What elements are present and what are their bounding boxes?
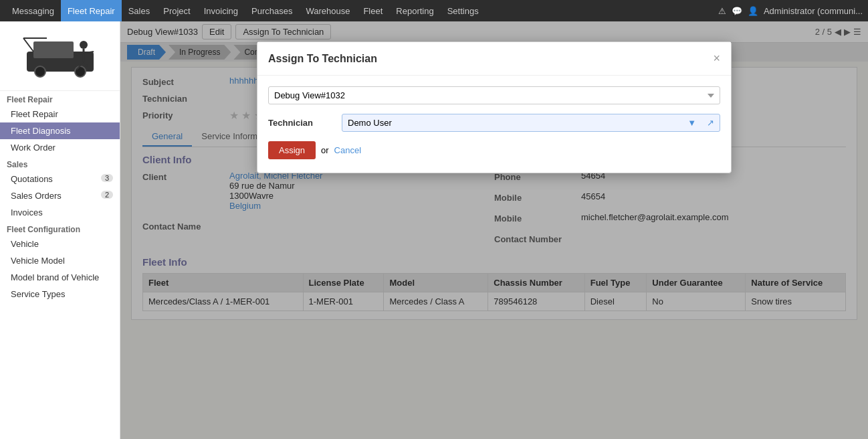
modal-title: Assign To Technician xyxy=(268,53,377,65)
main-content: Debug View#1033 Edit Assign To Technicia… xyxy=(120,21,868,439)
modal-technician-dropdown-icon[interactable]: ▼ xyxy=(682,114,701,131)
modal-close-button[interactable]: × xyxy=(713,52,720,66)
sidebar-item-vehicle[interactable]: Vehicle xyxy=(0,236,120,252)
sidebar-item-service-types[interactable]: Service Types xyxy=(0,286,120,302)
sales-orders-badge: 2 xyxy=(101,191,113,199)
modal-header: Assign To Technician × xyxy=(257,42,731,76)
modal-technician-external-link-icon[interactable]: ↗ xyxy=(701,114,720,131)
modal-body: Debug View#1032 Technician ▼ ↗ Assign xyxy=(257,76,731,173)
sidebar-item-sales-orders[interactable]: Sales Orders 2 xyxy=(0,187,120,204)
quotations-badge: 3 xyxy=(101,174,113,182)
svg-rect-1 xyxy=(33,41,74,58)
sidebar: Fleet Repair Fleet Repair Fleet Diagnosi… xyxy=(0,21,120,439)
modal-technician-label: Technician xyxy=(268,118,335,128)
sidebar-item-quotations[interactable]: Quotations 3 xyxy=(0,171,120,187)
alert-icon[interactable]: ⚠ xyxy=(718,6,726,16)
nav-settings[interactable]: Settings xyxy=(441,0,485,21)
modal-overlay: Assign To Technician × Debug View#1032 T… xyxy=(120,21,868,439)
sidebar-section-fleet-config: Fleet Configuration xyxy=(0,221,120,236)
nav-purchases[interactable]: Purchases xyxy=(245,0,299,21)
svg-point-5 xyxy=(75,66,86,77)
nav-project[interactable]: Project xyxy=(156,0,197,21)
nav-invoicing[interactable]: Invoicing xyxy=(197,0,245,21)
nav-right-area: ⚠ 💬 👤 Administrator (communi... xyxy=(718,6,863,16)
assign-button[interactable]: Assign xyxy=(268,141,316,159)
svg-line-2 xyxy=(23,38,33,52)
sidebar-item-model-brand[interactable]: Model brand of Vehicle xyxy=(0,269,120,286)
nav-warehouse[interactable]: Warehouse xyxy=(299,0,356,21)
main-layout: Fleet Repair Fleet Repair Fleet Diagnosi… xyxy=(0,21,868,439)
or-text: or xyxy=(321,145,329,155)
admin-label: Administrator (communi... xyxy=(764,6,863,16)
chat-icon[interactable]: 💬 xyxy=(732,6,742,16)
svg-point-6 xyxy=(80,41,88,49)
modal-record-dropdown-row: Debug View#1032 xyxy=(268,86,720,104)
nav-fleet[interactable]: Fleet xyxy=(356,0,389,21)
sidebar-item-vehicle-model[interactable]: Vehicle Model xyxy=(0,252,120,269)
assign-technician-modal: Assign To Technician × Debug View#1032 T… xyxy=(257,41,732,173)
sidebar-section-sales: Sales xyxy=(0,156,120,171)
modal-technician-row: Technician ▼ ↗ xyxy=(268,114,720,132)
nav-reporting[interactable]: Reporting xyxy=(389,0,440,21)
svg-point-4 xyxy=(35,66,45,77)
sidebar-logo xyxy=(0,21,120,91)
sidebar-section-fleet-repair: Fleet Repair xyxy=(0,91,120,106)
modal-actions: Assign or Cancel xyxy=(268,141,720,162)
top-nav-bar: Messaging Fleet Repair Sales Project Inv… xyxy=(0,0,868,21)
sidebar-item-fleet-repair[interactable]: Fleet Repair xyxy=(0,106,120,122)
sidebar-item-fleet-diagnosis[interactable]: Fleet Diagnosis xyxy=(0,122,120,139)
user-icon[interactable]: 👤 xyxy=(748,6,758,16)
nav-messaging[interactable]: Messaging xyxy=(5,0,61,21)
sidebar-item-invoices[interactable]: Invoices xyxy=(0,204,120,221)
nav-fleet-repair[interactable]: Fleet Repair xyxy=(61,0,122,21)
modal-technician-input-wrap: ▼ ↗ xyxy=(342,114,720,132)
modal-technician-input[interactable] xyxy=(342,114,682,131)
nav-sales[interactable]: Sales xyxy=(122,0,157,21)
cancel-button[interactable]: Cancel xyxy=(334,145,361,155)
sidebar-item-work-order[interactable]: Work Order xyxy=(0,139,120,156)
modal-record-select[interactable]: Debug View#1032 xyxy=(268,86,720,104)
